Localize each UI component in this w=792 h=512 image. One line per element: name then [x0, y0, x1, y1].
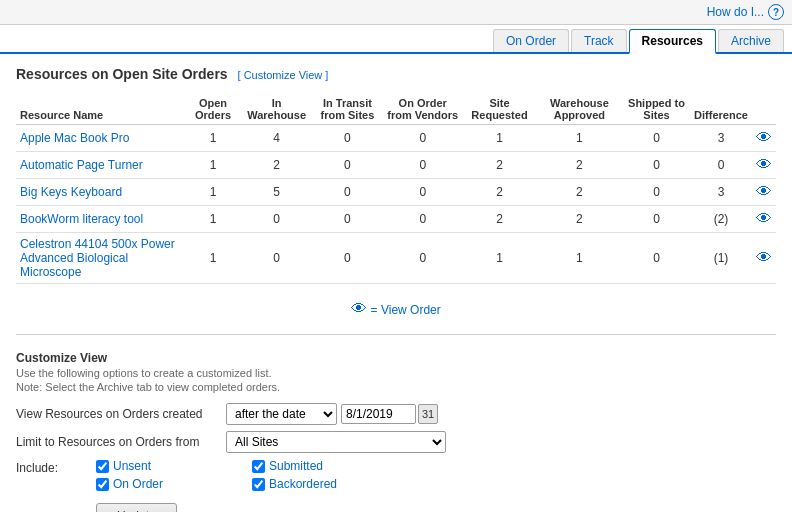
view-order-text: = View Order: [371, 303, 441, 317]
cell-in-warehouse: 5: [241, 179, 313, 206]
col-header-warehouse-approved: Warehouse Approved: [536, 94, 623, 125]
cell-site-requested: 1: [463, 233, 536, 284]
col-header-in-warehouse: In Warehouse: [241, 94, 313, 125]
update-button[interactable]: Update: [96, 503, 177, 512]
cell-shipped-to-sites: 0: [623, 152, 690, 179]
cell-site-requested: 1: [463, 125, 536, 152]
col-header-resource-name: Resource Name: [16, 94, 185, 125]
cell-shipped-to-sites: 0: [623, 206, 690, 233]
help-icon[interactable]: ?: [768, 4, 784, 20]
limit-label: Limit to Resources on Orders from: [16, 435, 226, 449]
cell-site-requested: 2: [463, 179, 536, 206]
col-header-shipped: Shipped to Sites: [623, 94, 690, 125]
section-divider: [16, 334, 776, 335]
customize-section: Customize View Use the following options…: [16, 343, 776, 512]
checkbox-submitted[interactable]: Submitted: [252, 459, 412, 473]
tab-resources[interactable]: Resources: [629, 29, 716, 54]
cell-difference: (1): [690, 233, 752, 284]
nav-tabs: On Order Track Resources Archive: [0, 25, 792, 54]
date-input[interactable]: [341, 404, 416, 424]
page-title: Resources on Open Site Orders [ Customiz…: [16, 66, 776, 82]
on-order-checkbox[interactable]: [96, 478, 109, 491]
cell-resource-name[interactable]: BookWorm literacy tool: [16, 206, 185, 233]
col-header-open-orders: Open Orders: [185, 94, 241, 125]
col-header-difference: Difference: [690, 94, 752, 125]
tab-track[interactable]: Track: [571, 29, 627, 52]
tab-on-order[interactable]: On Order: [493, 29, 569, 52]
cell-on-order-vendors: 0: [382, 206, 463, 233]
cell-open-orders: 1: [185, 233, 241, 284]
cell-site-requested: 2: [463, 152, 536, 179]
main-content: Resources on Open Site Orders [ Customiz…: [0, 54, 792, 512]
help-link[interactable]: How do I...: [707, 5, 764, 19]
cell-site-requested: 2: [463, 206, 536, 233]
cell-open-orders: 1: [185, 179, 241, 206]
view-resources-row: View Resources on Orders created after t…: [16, 403, 776, 425]
view-order-legend: 👁 = View Order: [16, 292, 776, 326]
cell-shipped-to-sites: 0: [623, 233, 690, 284]
cell-action[interactable]: 👁: [752, 206, 776, 233]
customize-note: Note: Select the Archive tab to view com…: [16, 381, 776, 393]
col-header-in-transit: In Transit from Sites: [312, 94, 382, 125]
customize-title: Customize View: [16, 351, 776, 365]
col-header-action: [752, 94, 776, 125]
cell-on-order-vendors: 0: [382, 152, 463, 179]
cell-on-order-vendors: 0: [382, 179, 463, 206]
cell-on-order-vendors: 0: [382, 233, 463, 284]
view-resources-label: View Resources on Orders created: [16, 407, 226, 421]
cell-in-warehouse: 2: [241, 152, 313, 179]
cell-resource-name[interactable]: Big Keys Keyboard: [16, 179, 185, 206]
table-row: Apple Mac Book Pro 1 4 0 0 1 1 0 3 👁: [16, 125, 776, 152]
cell-warehouse-approved: 2: [536, 152, 623, 179]
tab-archive[interactable]: Archive: [718, 29, 784, 52]
cell-action[interactable]: 👁: [752, 152, 776, 179]
cell-warehouse-approved: 1: [536, 125, 623, 152]
cell-in-transit: 0: [312, 233, 382, 284]
cell-warehouse-approved: 1: [536, 233, 623, 284]
table-row: BookWorm literacy tool 1 0 0 0 2 2 0 (2)…: [16, 206, 776, 233]
cell-action[interactable]: 👁: [752, 125, 776, 152]
include-label: Include:: [16, 459, 96, 475]
unsent-checkbox[interactable]: [96, 460, 109, 473]
checkbox-backordered[interactable]: Backordered: [252, 477, 412, 491]
table-row: Automatic Page Turner 1 2 0 0 2 2 0 0 👁: [16, 152, 776, 179]
cell-resource-name[interactable]: Celestron 44104 500x Power Advanced Biol…: [16, 233, 185, 284]
cell-action[interactable]: 👁: [752, 179, 776, 206]
checkboxes-grid: Unsent Submitted On Order Backordered: [96, 459, 412, 491]
cell-in-warehouse: 0: [241, 206, 313, 233]
backordered-checkbox[interactable]: [252, 478, 265, 491]
cell-in-transit: 0: [312, 125, 382, 152]
cell-in-transit: 0: [312, 179, 382, 206]
cell-warehouse-approved: 2: [536, 206, 623, 233]
date-condition-select[interactable]: after the datebefore the dateon the date: [226, 403, 337, 425]
customize-view-link[interactable]: [ Customize View ]: [238, 69, 329, 81]
cell-shipped-to-sites: 0: [623, 125, 690, 152]
cell-action[interactable]: 👁: [752, 233, 776, 284]
calendar-button[interactable]: 31: [418, 404, 438, 424]
cell-difference: 0: [690, 152, 752, 179]
cell-shipped-to-sites: 0: [623, 179, 690, 206]
cell-warehouse-approved: 2: [536, 179, 623, 206]
checkbox-on-order[interactable]: On Order: [96, 477, 236, 491]
include-row: Include: Unsent Submitted On Order Backo…: [16, 459, 776, 491]
col-header-site-requested: Site Requested: [463, 94, 536, 125]
cell-open-orders: 1: [185, 152, 241, 179]
limit-row: Limit to Resources on Orders from All Si…: [16, 431, 776, 453]
update-row: Update: [16, 497, 776, 512]
top-bar: How do I... ?: [0, 0, 792, 25]
cell-in-transit: 0: [312, 152, 382, 179]
cell-resource-name[interactable]: Automatic Page Turner: [16, 152, 185, 179]
col-header-on-order-vendors: On Order from Vendors: [382, 94, 463, 125]
cell-in-warehouse: 4: [241, 125, 313, 152]
cell-in-warehouse: 0: [241, 233, 313, 284]
submitted-checkbox[interactable]: [252, 460, 265, 473]
customize-subtitle: Use the following options to create a cu…: [16, 367, 776, 379]
checkbox-unsent[interactable]: Unsent: [96, 459, 236, 473]
limit-select[interactable]: All Sites: [226, 431, 446, 453]
table-row: Celestron 44104 500x Power Advanced Biol…: [16, 233, 776, 284]
cell-difference: 3: [690, 179, 752, 206]
cell-resource-name[interactable]: Apple Mac Book Pro: [16, 125, 185, 152]
orders-table: Resource Name Open Orders In Warehouse I…: [16, 94, 776, 284]
cell-in-transit: 0: [312, 206, 382, 233]
table-row: Big Keys Keyboard 1 5 0 0 2 2 0 3 👁: [16, 179, 776, 206]
